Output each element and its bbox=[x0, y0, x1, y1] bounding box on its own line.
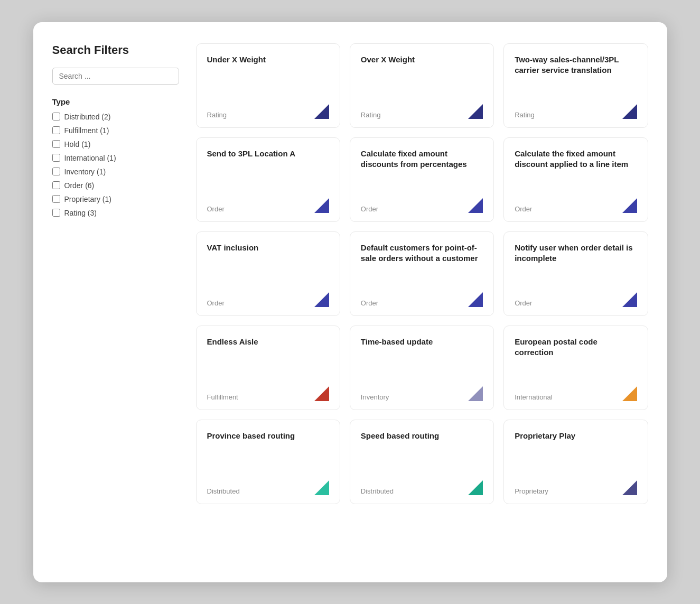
card-european-postal[interactable]: European postal code correctionInternati… bbox=[503, 326, 648, 410]
card-type-speed-routing: Distributed bbox=[361, 487, 394, 495]
sidebar: Search Filters Type Distributed (2)Fulfi… bbox=[52, 43, 179, 561]
card-type-default-customers: Order bbox=[361, 299, 378, 307]
card-type-proprietary-play: Proprietary bbox=[515, 487, 548, 495]
card-type-european-postal: International bbox=[515, 393, 553, 401]
card-speed-routing[interactable]: Speed based routingDistributed bbox=[350, 420, 494, 504]
triangle-icon-endless-aisle bbox=[314, 386, 329, 401]
filter-item-hold[interactable]: Hold (1) bbox=[52, 140, 179, 148]
card-under-x-weight[interactable]: Under X WeightRating bbox=[196, 43, 340, 128]
card-type-send-to-3pl: Order bbox=[207, 205, 225, 213]
card-title-european-postal: European postal code correction bbox=[515, 337, 637, 358]
filter-item-distributed[interactable]: Distributed (2) bbox=[52, 113, 179, 121]
label-distributed[interactable]: Distributed (2) bbox=[64, 113, 111, 121]
triangle-icon-notify-user bbox=[622, 292, 637, 307]
main-content: Under X WeightRatingOver X WeightRatingT… bbox=[196, 43, 648, 561]
cards-grid: Under X WeightRatingOver X WeightRatingT… bbox=[196, 43, 648, 504]
triangle-icon-province-routing bbox=[314, 480, 329, 495]
triangle-icon-under-x-weight bbox=[314, 104, 329, 119]
card-title-endless-aisle: Endless Aisle bbox=[207, 337, 329, 347]
label-proprietary[interactable]: Proprietary (1) bbox=[64, 195, 111, 203]
triangle-icon-send-to-3pl bbox=[314, 198, 329, 213]
label-hold[interactable]: Hold (1) bbox=[64, 140, 91, 148]
card-title-proprietary-play: Proprietary Play bbox=[515, 431, 637, 441]
filter-item-rating[interactable]: Rating (3) bbox=[52, 209, 179, 217]
triangle-icon-proprietary-play bbox=[622, 480, 637, 495]
card-title-under-x-weight: Under X Weight bbox=[207, 54, 329, 65]
checkbox-order[interactable] bbox=[52, 181, 60, 189]
checkbox-inventory[interactable] bbox=[52, 168, 60, 175]
filter-item-order[interactable]: Order (6) bbox=[52, 181, 179, 190]
label-fulfillment[interactable]: Fulfillment (1) bbox=[64, 126, 109, 135]
triangle-icon-european-postal bbox=[622, 386, 637, 401]
filter-section-title: Type bbox=[52, 97, 179, 106]
card-type-time-based-update: Inventory bbox=[361, 393, 389, 401]
card-endless-aisle[interactable]: Endless AisleFulfillment bbox=[196, 326, 340, 410]
card-title-calculate-fixed-amount: Calculate fixed amount discounts from pe… bbox=[361, 148, 483, 170]
triangle-icon-vat-inclusion bbox=[314, 292, 329, 307]
card-title-default-customers: Default customers for point-of-sale orde… bbox=[361, 243, 483, 264]
checkbox-hold[interactable] bbox=[52, 140, 60, 148]
card-title-speed-routing: Speed based routing bbox=[361, 431, 483, 441]
card-title-province-routing: Province based routing bbox=[207, 431, 329, 441]
triangle-icon-two-way-sales bbox=[622, 104, 637, 119]
card-time-based-update[interactable]: Time-based updateInventory bbox=[350, 326, 494, 410]
card-title-calculate-fixed-line: Calculate the fixed amount discount appl… bbox=[515, 148, 637, 170]
card-type-notify-user: Order bbox=[515, 299, 532, 307]
label-inventory[interactable]: Inventory (1) bbox=[64, 168, 106, 176]
card-proprietary-play[interactable]: Proprietary PlayProprietary bbox=[503, 420, 648, 504]
sidebar-title: Search Filters bbox=[52, 43, 179, 57]
checkbox-fulfillment[interactable] bbox=[52, 126, 60, 134]
filter-item-proprietary[interactable]: Proprietary (1) bbox=[52, 195, 179, 203]
app-container: Search Filters Type Distributed (2)Fulfi… bbox=[33, 22, 667, 582]
card-type-calculate-fixed-amount: Order bbox=[361, 205, 378, 213]
card-two-way-sales[interactable]: Two-way sales-channel/3PL carrier servic… bbox=[503, 43, 648, 128]
card-province-routing[interactable]: Province based routingDistributed bbox=[196, 420, 340, 504]
card-calculate-fixed-amount[interactable]: Calculate fixed amount discounts from pe… bbox=[350, 137, 494, 222]
card-type-calculate-fixed-line: Order bbox=[515, 205, 532, 213]
card-calculate-fixed-line[interactable]: Calculate the fixed amount discount appl… bbox=[503, 137, 648, 222]
card-default-customers[interactable]: Default customers for point-of-sale orde… bbox=[350, 231, 494, 316]
checkbox-distributed[interactable] bbox=[52, 113, 60, 120]
filter-list: Distributed (2)Fulfillment (1)Hold (1)In… bbox=[52, 113, 179, 217]
card-type-vat-inclusion: Order bbox=[207, 299, 225, 307]
card-title-send-to-3pl: Send to 3PL Location A bbox=[207, 148, 329, 159]
search-input[interactable] bbox=[52, 68, 179, 85]
triangle-icon-default-customers bbox=[468, 292, 483, 307]
card-title-time-based-update: Time-based update bbox=[361, 337, 483, 347]
checkbox-international[interactable] bbox=[52, 154, 60, 162]
checkbox-proprietary[interactable] bbox=[52, 195, 60, 203]
triangle-icon-calculate-fixed-line bbox=[622, 198, 637, 213]
label-order[interactable]: Order (6) bbox=[64, 181, 95, 190]
card-over-x-weight[interactable]: Over X WeightRating bbox=[350, 43, 494, 128]
card-title-notify-user: Notify user when order detail is incompl… bbox=[515, 243, 637, 264]
card-type-province-routing: Distributed bbox=[207, 487, 240, 495]
label-rating[interactable]: Rating (3) bbox=[64, 209, 97, 217]
card-title-over-x-weight: Over X Weight bbox=[361, 54, 483, 65]
label-international[interactable]: International (1) bbox=[64, 154, 116, 162]
card-type-under-x-weight: Rating bbox=[207, 111, 227, 119]
filter-item-international[interactable]: International (1) bbox=[52, 154, 179, 162]
card-notify-user[interactable]: Notify user when order detail is incompl… bbox=[503, 231, 648, 316]
card-title-two-way-sales: Two-way sales-channel/3PL carrier servic… bbox=[515, 54, 637, 76]
triangle-icon-calculate-fixed-amount bbox=[468, 198, 483, 213]
filter-item-fulfillment[interactable]: Fulfillment (1) bbox=[52, 126, 179, 135]
card-type-over-x-weight: Rating bbox=[361, 111, 381, 119]
card-vat-inclusion[interactable]: VAT inclusionOrder bbox=[196, 231, 340, 316]
triangle-icon-over-x-weight bbox=[468, 104, 483, 119]
card-type-two-way-sales: Rating bbox=[515, 111, 535, 119]
triangle-icon-time-based-update bbox=[468, 386, 483, 401]
card-type-endless-aisle: Fulfillment bbox=[207, 393, 238, 401]
card-send-to-3pl[interactable]: Send to 3PL Location AOrder bbox=[196, 137, 340, 222]
filter-item-inventory[interactable]: Inventory (1) bbox=[52, 168, 179, 176]
triangle-icon-speed-routing bbox=[468, 480, 483, 495]
checkbox-rating[interactable] bbox=[52, 209, 60, 217]
card-title-vat-inclusion: VAT inclusion bbox=[207, 243, 329, 253]
